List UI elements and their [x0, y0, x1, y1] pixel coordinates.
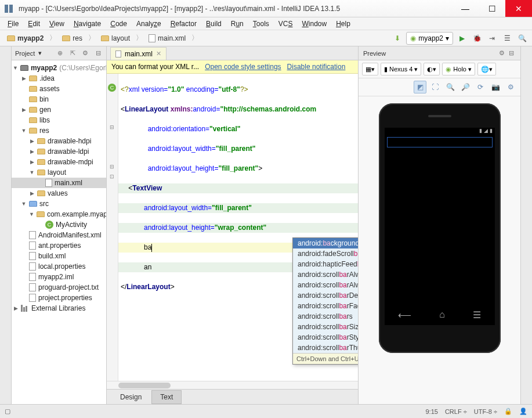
gear-icon[interactable]: ⚙ [81, 49, 90, 58]
autocomplete-item[interactable]: android:scrollbarStyle [293, 332, 358, 343]
design-tab[interactable]: Design [111, 390, 150, 404]
attach-debugger-button[interactable]: ⇥ [486, 32, 498, 45]
breadcrumb-item[interactable]: res [59, 33, 86, 44]
menu-file[interactable]: File [3, 19, 23, 29]
tree-node[interactable]: myapp2.iml [12, 272, 106, 282]
left-tool-stripe[interactable] [0, 46, 12, 404]
autocomplete-item[interactable]: android:scrollbarAlwaysDrawHorizontalTra… [293, 269, 358, 280]
tree-node[interactable]: ▼res [12, 125, 106, 136]
code-editor[interactable]: C ⊟ ⊟ ⊡ <?xml version="1.0" encoding="ut… [107, 74, 358, 381]
menu-edit[interactable]: Edit [24, 19, 44, 29]
theme-selector[interactable]: ◉Holo▾ [442, 63, 475, 75]
preview-canvas[interactable]: ▮◢▮ ⟵ ⌂ ☰ [359, 96, 520, 404]
tree-node[interactable]: ▶drawable-hdpi [12, 136, 106, 146]
tree-node[interactable]: local.properties [12, 261, 106, 272]
make-project-button[interactable]: ⬇ [391, 32, 404, 45]
read-only-lock-icon[interactable]: 🔒 [504, 408, 512, 415]
scroll-from-source-icon[interactable]: ⊕ [55, 49, 64, 58]
class-gutter-icon[interactable]: C [108, 84, 116, 92]
project-root[interactable]: ▼ myapp2 (C:\Users\Egorbo\Id [12, 63, 106, 73]
zoom-in-icon[interactable]: 🔍 [444, 81, 457, 93]
tree-arrow-icon[interactable]: ▼ [29, 170, 35, 175]
tree-node[interactable]: build.xml [12, 251, 106, 261]
project-view-label[interactable]: Project [15, 50, 35, 57]
tree-node[interactable]: CMyActivity [12, 219, 106, 230]
file-encoding[interactable]: UTF-8 ÷ [474, 408, 497, 415]
tree-arrow-icon[interactable]: ▼ [21, 128, 27, 134]
menu-vcs[interactable]: VCS [274, 19, 297, 29]
tree-node[interactable]: ▶gen [12, 105, 106, 115]
menu-analyze[interactable]: Analyze [132, 19, 165, 29]
tree-node[interactable]: project.properties [12, 293, 106, 303]
fold-end-icon[interactable]: ⊟ [108, 163, 116, 171]
settings-icon[interactable]: ⚙ [504, 81, 517, 93]
editor-gutter[interactable]: C ⊟ ⊟ ⊡ [107, 74, 118, 381]
expand-arrow-icon[interactable]: ▶ [13, 305, 19, 311]
zoom-out-icon[interactable]: 🔎 [459, 81, 472, 93]
tree-node[interactable]: ant.properties [12, 240, 106, 251]
autocomplete-popup[interactable]: android:backgroundandroid:fadeScrollbars… [292, 237, 358, 365]
orientation-button[interactable]: ◐▾ [424, 63, 440, 75]
autocomplete-item[interactable]: android:background [293, 238, 358, 248]
inspections-icon[interactable]: 👤 [519, 408, 527, 415]
menu-window[interactable]: Window [298, 19, 331, 29]
select-tool-icon[interactable]: ◩ [414, 81, 426, 93]
tree-node[interactable]: ▼src [12, 199, 106, 209]
disable-notification-link[interactable]: Disable notification [287, 63, 346, 71]
autocomplete-item[interactable]: android:scrollbarDefaultDelayBeforeFade [293, 290, 358, 301]
breadcrumb-item[interactable]: myapp2 [3, 33, 47, 44]
tree-node[interactable]: ▶drawable-ldpi [12, 146, 106, 157]
collapse-all-icon[interactable]: ⇱ [68, 49, 77, 58]
text-tab[interactable]: Text [151, 390, 182, 404]
tree-arrow-icon[interactable]: ▶ [29, 149, 35, 154]
editor-tab-main-xml[interactable]: main.xml ✕ [110, 47, 167, 60]
scrollbar-thumb[interactable] [118, 383, 171, 388]
run-config-selector[interactable]: ◉myapp2▾ [406, 32, 453, 45]
tree-node[interactable]: ▶values [12, 188, 106, 199]
gear-icon[interactable]: ⚙ [497, 49, 506, 58]
tree-arrow-icon[interactable]: ▶ [21, 107, 27, 113]
menu-tools[interactable]: Tools [249, 19, 273, 29]
external-libraries[interactable]: ▶ External Libraries [12, 303, 106, 314]
tree-node[interactable]: libs [12, 115, 106, 125]
minimize-button[interactable]: — [452, 0, 479, 17]
chevron-down-icon[interactable]: ▾ [38, 49, 42, 57]
autocomplete-item[interactable]: android:scrollbarAlwaysDrawVerticalTrack [293, 280, 358, 290]
menu-build[interactable]: Build [202, 19, 226, 29]
menu-refactor[interactable]: Refactor [167, 19, 201, 29]
refresh-icon[interactable]: ⟳ [474, 81, 487, 93]
debug-button[interactable]: 🐞 [471, 32, 483, 45]
search-button[interactable]: 🔍 [516, 32, 529, 45]
autocomplete-item[interactable]: android:scrollbarFadeDuration [293, 301, 358, 311]
tree-node[interactable]: AndroidManifest.xml [12, 230, 106, 240]
run-button[interactable]: ▶ [455, 32, 468, 45]
hide-icon[interactable]: ⊟ [93, 49, 103, 58]
tree-arrow-icon[interactable]: ▶ [29, 190, 35, 196]
tree-arrow-icon[interactable]: ▶ [21, 75, 27, 81]
settings-button[interactable]: ☰ [501, 32, 513, 45]
autocomplete-item[interactable]: android:scrollbarThumbHorizontal [293, 343, 358, 353]
close-button[interactable]: ✕ [505, 0, 532, 17]
project-tree[interactable]: ▼ myapp2 (C:\Users\Egorbo\Id ▶.ideaasset… [12, 60, 106, 404]
fold-end-icon[interactable]: ⊡ [108, 172, 116, 181]
zoom-fit-icon[interactable]: ⛶ [429, 81, 441, 93]
tree-arrow-icon[interactable]: ▶ [29, 138, 35, 144]
device-selector[interactable]: ▮Nexus 4▾ [381, 63, 421, 75]
horizontal-scrollbar[interactable] [107, 381, 358, 389]
menu-code[interactable]: Code [106, 19, 131, 29]
screenshot-icon[interactable]: 📷 [489, 81, 502, 93]
collapse-arrow-icon[interactable]: ▼ [13, 65, 18, 71]
autocomplete-item[interactable]: android:scrollbars [293, 311, 358, 322]
tree-node[interactable]: bin [12, 94, 106, 105]
open-code-style-link[interactable]: Open code style settings [205, 63, 281, 71]
tree-node[interactable]: ▼layout [12, 167, 106, 178]
breadcrumb-item[interactable]: main.xml [145, 33, 189, 44]
tree-arrow-icon[interactable]: ▼ [21, 201, 27, 207]
menu-view[interactable]: View [45, 19, 68, 29]
tree-arrow-icon[interactable]: ▶ [29, 159, 35, 165]
tree-node[interactable]: ▶drawable-mdpi [12, 157, 106, 167]
caret-position[interactable]: 9:15 [425, 408, 437, 415]
tree-arrow-icon[interactable]: ▼ [29, 211, 34, 217]
menu-navigate[interactable]: Navigate [70, 19, 105, 29]
tree-node[interactable]: assets [12, 84, 106, 94]
